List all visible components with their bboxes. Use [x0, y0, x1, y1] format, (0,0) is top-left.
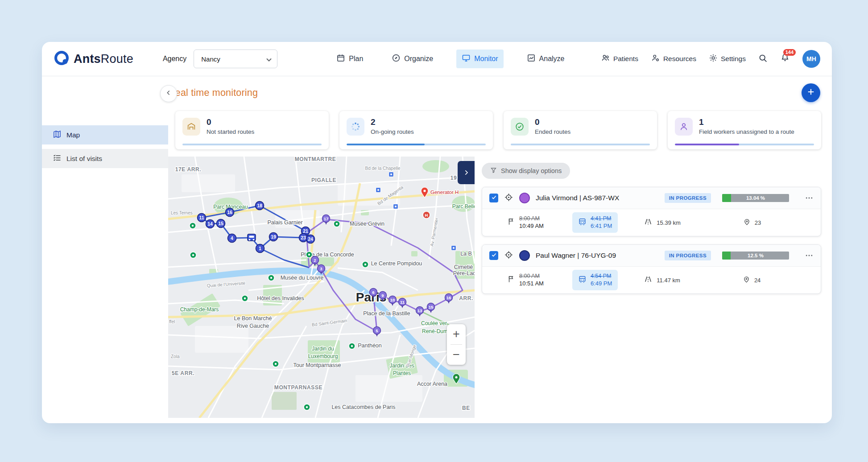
patients-link[interactable]: Patients — [601, 54, 638, 64]
flag-icon — [507, 218, 515, 227]
svg-text:18: 18 — [257, 203, 262, 208]
person-gear-icon — [651, 54, 660, 64]
poi-icon[interactable] — [304, 404, 310, 410]
map-canvas[interactable]: 17E ARR.MONTMARTREPIGALLEBd de la Chapel… — [168, 157, 475, 418]
visit-marker-blue[interactable]: 19 — [269, 233, 278, 241]
map-label: 19 — [451, 175, 457, 181]
hospital-icon[interactable]: H — [423, 211, 430, 219]
map-label: MONTPARNASSE — [274, 384, 322, 391]
route-progress-label: 12.5 % — [722, 252, 789, 260]
planned-end-time: 4:41 PM — [591, 215, 612, 223]
poi-icon[interactable] — [349, 343, 355, 349]
sidebar-item-list-of-visits[interactable]: List of visits — [42, 149, 168, 168]
poi-icon[interactable] — [190, 223, 196, 229]
visit-marker-blue[interactable]: 16 — [226, 208, 234, 217]
checklist-icon — [53, 153, 62, 164]
route-card-header: Julia Virmond | AS-987-WX IN PROGRESS 13… — [482, 187, 821, 209]
visit-marker-blue[interactable]: 14 — [206, 220, 215, 228]
sidebar-item-map[interactable]: Map — [42, 125, 168, 144]
map-label: ARR. — [459, 295, 473, 301]
visit-marker-blue[interactable]: 4 — [228, 234, 236, 243]
poi-icon[interactable] — [190, 252, 196, 258]
show-display-options-button[interactable]: Show display options — [482, 163, 570, 179]
visit-marker-blue[interactable]: 24 — [306, 235, 315, 243]
locate-crosshair-icon[interactable] — [504, 193, 513, 204]
map-panel[interactable]: 17E ARR.MONTMARTREPIGALLEBd de la Chapel… — [168, 157, 475, 418]
map-label: Generator H — [430, 190, 459, 195]
zoom-in-button[interactable]: + — [447, 324, 466, 344]
map-zoom-control: + − — [447, 324, 466, 365]
poi-icon[interactable] — [242, 295, 248, 301]
map-label: Coulée ver — [421, 320, 447, 326]
stat-card-ended: 0 Ended routes — [504, 111, 657, 149]
tab-monitor[interactable]: Monitor — [456, 50, 503, 68]
map-expand-button[interactable] — [458, 161, 475, 184]
agency-dropdown[interactable]: Nancy — [194, 50, 277, 68]
visit-marker-blue[interactable]: 11 — [198, 214, 206, 222]
vehicle-marker[interactable] — [248, 234, 256, 241]
end-time-group: 4:54 PM 6:49 PM — [572, 270, 618, 290]
route-stops-count: 24 — [754, 277, 761, 284]
stat-progress-fill — [675, 144, 739, 145]
route-checkbox[interactable] — [489, 194, 498, 202]
map-label: Les Catacombes de Paris — [331, 404, 395, 410]
metro-icon[interactable] — [393, 204, 398, 209]
svg-text:24: 24 — [308, 236, 313, 242]
visit-marker-blue[interactable]: 18 — [256, 202, 264, 210]
svg-text:11: 11 — [199, 215, 204, 220]
search-button[interactable] — [758, 54, 768, 65]
route-checkbox[interactable] — [489, 251, 498, 260]
svg-text:10: 10 — [390, 297, 395, 302]
chevron-down-icon — [266, 55, 272, 63]
poi-icon[interactable] — [268, 275, 274, 281]
stat-progress-track — [675, 144, 814, 145]
chevron-left-icon — [165, 89, 172, 98]
route-progress-label: 13.04 % — [722, 194, 789, 202]
poi-icon[interactable] — [362, 261, 368, 268]
svg-text:9: 9 — [381, 293, 384, 298]
poi-icon[interactable] — [273, 361, 279, 367]
locate-crosshair-icon[interactable] — [504, 250, 513, 261]
notifications-button[interactable]: 144 — [780, 53, 790, 65]
driver-avatar — [519, 193, 530, 203]
stat-value: 2 — [371, 118, 414, 127]
check-icon — [491, 252, 497, 260]
metro-icon[interactable] — [376, 188, 381, 193]
svg-text:21: 21 — [303, 228, 308, 234]
settings-link[interactable]: Settings — [709, 54, 746, 64]
header-actions: Patients Resources Settings 144 MH — [601, 50, 820, 68]
title-row: Real time monitoring — [168, 76, 832, 109]
tab-organize[interactable]: Organize — [386, 50, 438, 68]
visit-marker-blue[interactable]: 1 — [256, 244, 265, 253]
svg-text:23: 23 — [301, 235, 306, 240]
tab-plan[interactable]: Plan — [331, 50, 368, 68]
map-label: René-Dum — [422, 328, 448, 334]
brand-logo[interactable]: AntsRoute — [54, 50, 133, 68]
distance-group: 15.39 km — [644, 217, 680, 228]
user-avatar[interactable]: MH — [802, 50, 820, 68]
bus-icon — [578, 275, 587, 285]
metro-icon[interactable] — [451, 246, 456, 251]
add-button[interactable] — [802, 83, 820, 102]
brand-bold: Ants — [74, 52, 101, 66]
planned-start-time: 8:00 AM — [519, 215, 544, 223]
svg-text:17: 17 — [324, 216, 329, 221]
back-button[interactable] — [160, 85, 177, 102]
more-options-button[interactable] — [805, 194, 814, 202]
tab-monitor-label: Monitor — [474, 55, 498, 63]
visit-marker-blue[interactable]: 15 — [217, 219, 225, 228]
tab-analyze[interactable]: Analyze — [521, 50, 570, 68]
more-options-button[interactable] — [805, 251, 814, 260]
start-time-group: 8:00 AM 10:51 AM — [507, 273, 544, 287]
metro-icon[interactable] — [389, 172, 394, 177]
zoom-out-button[interactable]: − — [447, 345, 466, 365]
route-card-detail: 8:00 AM 10:49 AM 4:41 PM 6:41 PM — [482, 209, 821, 236]
map-label: ffel — [169, 319, 175, 324]
actual-start-time: 10:49 AM — [519, 223, 544, 230]
stat-label: On-going routes — [371, 128, 414, 135]
poi-icon[interactable] — [334, 221, 340, 227]
stat-value: 0 — [535, 118, 570, 127]
poi-icon[interactable] — [306, 252, 312, 258]
resources-link[interactable]: Resources — [651, 54, 696, 64]
actual-end-time: 6:49 PM — [591, 280, 612, 287]
